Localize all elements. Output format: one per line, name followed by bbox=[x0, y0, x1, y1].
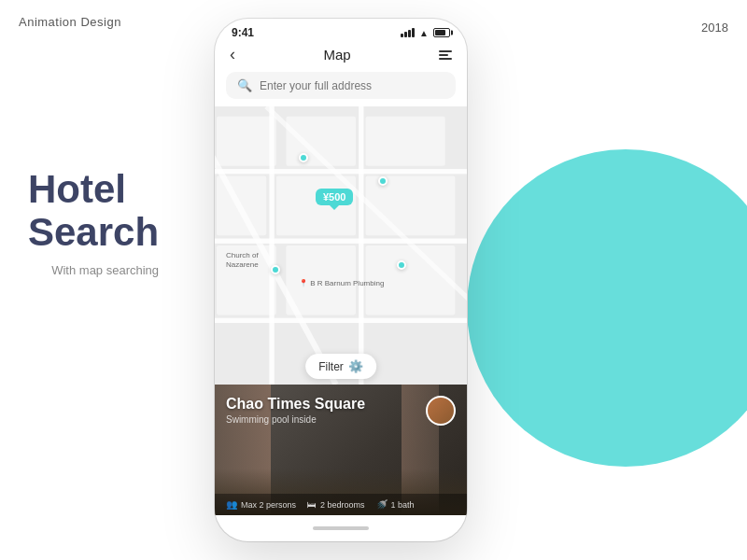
wifi-icon: ▲ bbox=[419, 28, 429, 38]
bath-text: 1 bath bbox=[391, 500, 415, 510]
svg-rect-1 bbox=[217, 117, 276, 166]
status-icons: ▲ bbox=[401, 28, 450, 38]
year-text: 2018 bbox=[701, 21, 728, 35]
svg-rect-6 bbox=[366, 176, 456, 236]
hero-title: Hotel Search bbox=[28, 168, 159, 254]
search-input[interactable] bbox=[260, 79, 444, 92]
home-indicator bbox=[313, 526, 369, 530]
hotel-feature-bath: 🚿 1 bath bbox=[376, 499, 415, 510]
year-label: 2018 bbox=[701, 21, 728, 35]
hero-text-block: Hotel Search With map searching bbox=[28, 168, 159, 277]
hotel-feature-persons: 👥 Max 2 persons bbox=[226, 499, 296, 510]
search-bar[interactable]: 🔍 bbox=[226, 72, 456, 99]
church-label: Church ofNazarene bbox=[226, 251, 259, 269]
battery-icon bbox=[433, 28, 450, 37]
persons-icon: 👥 bbox=[226, 499, 237, 510]
hotel-info: Chao Times Square Swimming pool inside bbox=[226, 396, 365, 425]
persons-text: Max 2 persons bbox=[241, 500, 296, 510]
svg-rect-14 bbox=[359, 106, 363, 385]
hotel-footer: 👥 Max 2 persons 🛏 2 bedrooms 🚿 1 bath bbox=[215, 494, 467, 515]
hotel-card[interactable]: Chao Times Square Swimming pool inside 👥… bbox=[215, 385, 467, 515]
hotel-name: Chao Times Square bbox=[226, 396, 365, 413]
plumbing-label: 📍 B R Barnum Plumbing bbox=[299, 279, 384, 287]
phone-mockup: 9:41 ▲ ‹ Map 🔍 bbox=[215, 19, 467, 541]
svg-rect-13 bbox=[269, 106, 274, 385]
menu-button[interactable] bbox=[439, 50, 452, 60]
nav-title: Map bbox=[323, 47, 350, 63]
hotel-subtitle: Swimming pool inside bbox=[226, 414, 365, 425]
brand-text: Animation Design bbox=[19, 15, 121, 29]
background-circle bbox=[467, 149, 747, 467]
svg-rect-3 bbox=[366, 117, 445, 166]
location-dot-4[interactable] bbox=[397, 260, 406, 270]
price-pin-label: ¥500 bbox=[323, 191, 345, 203]
filter-label: Filter bbox=[318, 360, 344, 373]
search-icon: 🔍 bbox=[237, 78, 252, 92]
bedrooms-icon: 🛏 bbox=[307, 499, 317, 510]
status-bar: 9:41 ▲ bbox=[215, 19, 467, 43]
svg-rect-11 bbox=[215, 239, 467, 244]
hero-title-line1: Hotel bbox=[28, 167, 126, 211]
location-dot-1[interactable] bbox=[299, 153, 308, 162]
back-button[interactable]: ‹ bbox=[230, 45, 235, 64]
hotel-feature-bedrooms: 🛏 2 bedrooms bbox=[307, 499, 365, 510]
signal-icon bbox=[401, 28, 415, 37]
bedrooms-text: 2 bedrooms bbox=[320, 500, 365, 510]
hero-subtitle: With map searching bbox=[28, 263, 159, 277]
hotel-avatar bbox=[426, 396, 456, 426]
map-streets bbox=[215, 106, 467, 385]
map-view[interactable]: Church ofNazarene 📍 B R Barnum Plumbing … bbox=[215, 106, 467, 385]
location-dot-3[interactable] bbox=[271, 265, 280, 274]
status-time: 9:41 bbox=[232, 26, 254, 39]
svg-rect-10 bbox=[215, 169, 467, 174]
hero-title-line2: Search bbox=[28, 210, 159, 254]
filter-button[interactable]: Filter ⚙️ bbox=[305, 354, 376, 379]
price-pin[interactable]: ¥500 bbox=[316, 189, 353, 205]
svg-rect-12 bbox=[215, 318, 467, 323]
nav-bar: ‹ Map bbox=[215, 43, 467, 72]
brand-label: Animation Design bbox=[19, 15, 121, 29]
svg-rect-5 bbox=[276, 176, 356, 236]
bath-icon: 🚿 bbox=[376, 499, 388, 510]
phone-bottom-bar bbox=[215, 515, 467, 541]
filter-icon: ⚙️ bbox=[348, 359, 363, 373]
location-dot-2[interactable] bbox=[378, 176, 388, 186]
